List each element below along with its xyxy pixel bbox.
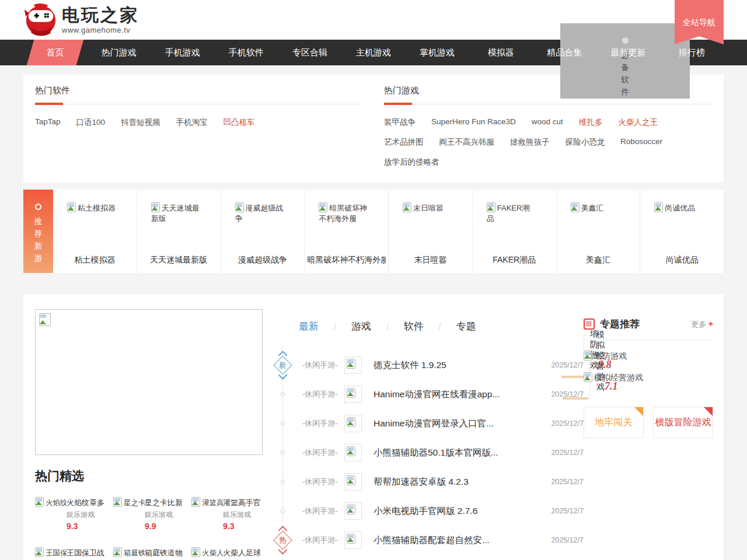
nav-item-zone-collections[interactable]: 专区合辑 — [278, 40, 341, 65]
featured-title: 热门精选 — [35, 468, 266, 484]
calendar-grid-icon — [584, 318, 595, 330]
recommend-card[interactable]: 暗黑破坏神不朽海外服 暗黑破坏神不朽海外服 — [305, 190, 389, 273]
update-row[interactable]: -休闲手游- 小熊猫辅助器50.1版本官网版... 2025/12/7 — [268, 438, 584, 467]
broken-image-icon — [347, 534, 355, 544]
hot-games-link[interactable]: wood cut — [532, 117, 563, 128]
update-row[interactable]: -休闲手游- 小米电视助手官网版 2.7.6 2025/12/7 — [268, 496, 584, 526]
update-title: 小米电视助手官网版 2.7.6 — [374, 505, 551, 517]
broken-image-icon — [584, 372, 592, 382]
update-title: 小熊猫辅助器配套超自然安... — [374, 534, 551, 547]
timeline-dot-icon — [281, 393, 285, 397]
tab-software[interactable]: 软件 — [404, 320, 424, 333]
update-row[interactable]: -休闲手游- 微派狼人最新版 2.5.7.1 2025/12/7 — [268, 555, 584, 560]
tag-platformer[interactable]: 横版冒险游戏 — [653, 407, 713, 438]
broken-image-icon — [654, 202, 663, 212]
hot-games-link[interactable]: SuperHero Fun Race3D — [431, 117, 516, 128]
broken-image-icon — [113, 497, 122, 507]
update-row[interactable]: 热 -休闲手游- 小熊猫辅助器配套超自然安... 2025/12/7 — [268, 526, 584, 555]
update-row[interactable]: -休闲手游- Hanime动漫官网在线看漫app... 2025/12/7 — [268, 380, 584, 409]
update-row[interactable]: -休闲手游- 帮帮加速器安卓版 4.2.3 2025/12/7 — [268, 467, 584, 496]
broken-image-icon — [347, 417, 355, 427]
hot-games-link[interactable]: 放学后的侵略者 — [384, 157, 439, 167]
more-link[interactable]: 更多 + — [691, 319, 713, 330]
hot-games-link[interactable]: 艺术品拼图 — [384, 137, 424, 148]
broken-image-icon — [319, 202, 327, 212]
site-url: www.gamehome.tv — [62, 26, 139, 34]
nav-item-hot-games[interactable]: 热门游戏 — [87, 40, 151, 65]
update-row[interactable]: 新 -休闲手游- 德克士软件 1.9.25 2025/12/7 — [268, 351, 584, 380]
topics-section: 专题推荐 更多 + 塔防游戏 塔防游戏 9.8 模拟经营游戏 模拟经营游戏 7.… — [584, 317, 713, 438]
broken-image-icon — [235, 202, 244, 212]
hot-games-link[interactable]: 维扎多 — [579, 117, 603, 128]
hot-games-link[interactable]: 拯救熊孩子 — [510, 137, 550, 148]
featured-item[interactable]: 火焰纹 火焰纹章多 娱乐游戏 9.3 — [35, 497, 110, 531]
hot-software-link[interactable]: TapTap — [35, 117, 61, 128]
recommend-card[interactable]: 尚诚优品 尚诚优品 — [640, 190, 724, 273]
row-thumb — [344, 502, 362, 520]
tab-separator: / — [371, 322, 404, 331]
hot-games-link[interactable]: 探险小恐龙 — [566, 137, 605, 148]
tab-latest[interactable]: 最新 — [299, 320, 319, 333]
broken-image-icon — [571, 202, 580, 212]
updates-timeline: 新 -休闲手游- 德克士软件 1.9.25 2025/12/7 -休闲手游- H… — [268, 351, 584, 560]
timeline-dot-icon — [281, 509, 285, 513]
hot-games-link[interactable]: 阎王不高兴韩服 — [439, 137, 495, 148]
topic-card[interactable]: 模拟经营游戏 模拟经营游戏 7.1 — [584, 356, 713, 398]
hot-software-link[interactable]: 手机淘宝 — [176, 117, 208, 128]
update-date: 2025/12/7 — [551, 419, 584, 428]
site-title: 电玩之家 — [62, 5, 139, 25]
nav-item-home[interactable]: 首页 — [23, 40, 87, 65]
tab-topics[interactable]: 专题 — [456, 320, 476, 333]
recommend-card[interactable]: 粘土模拟器 粘土模拟器 — [53, 190, 137, 273]
featured-item[interactable]: 星之卡 星之卡比新 娱乐游戏 9.9 — [113, 497, 188, 531]
hot-games-link[interactable]: Robosoccer — [620, 137, 662, 148]
broken-image-icon — [347, 388, 355, 398]
featured-section: 热门精选 火焰纹 火焰纹章多 娱乐游戏 9.3 星之卡 星之卡比新 娱乐游戏 9… — [35, 468, 266, 560]
broken-image-icon — [347, 505, 355, 514]
essential-software-tab[interactable]: 必备软件 — [560, 23, 690, 99]
updates-tabs: 最新 / 游戏 / 软件 / 专题 — [268, 320, 584, 333]
broken-image-icon — [191, 547, 200, 557]
featured-item[interactable]: 火柴人 火柴人足球 解压游戏 9.9 — [191, 547, 266, 560]
recommend-card[interactable]: FAKER潮品 FAKER潮品 — [473, 190, 557, 273]
tag-dungeon[interactable]: 地牢闯关 — [584, 407, 644, 438]
updates-section: 最新 / 游戏 / 软件 / 专题 新 -休闲手游- 德克士软件 1.9.25 … — [268, 320, 584, 560]
timeline-dot-icon — [281, 451, 285, 455]
new-badge: 新 — [273, 356, 292, 375]
hot-software-link[interactable]: 抖音短视频 — [121, 117, 160, 128]
row-thumb — [344, 531, 362, 549]
site-logo[interactable]: 电玩之家 www.gamehome.tv — [23, 3, 139, 37]
recommend-new-games-tab[interactable]: 推荐新游 — [23, 190, 53, 273]
tab-games[interactable]: 游戏 — [351, 320, 371, 333]
broken-image-icon — [403, 202, 411, 212]
broken-image-icon — [39, 313, 51, 326]
update-title: 帮帮加速器安卓版 4.2.3 — [374, 476, 551, 488]
featured-item[interactable]: 灌篮高 灌篮高手官 娱乐游戏 9.3 — [191, 497, 266, 531]
broken-image-icon — [347, 359, 355, 369]
recommend-card[interactable]: 漫威超级战争 漫威超级战争 — [221, 190, 305, 273]
nav-item-mobile-software[interactable]: 手机软件 — [214, 40, 278, 65]
update-date: 2025/12/7 — [551, 478, 584, 486]
banner-image-placeholder[interactable] — [35, 309, 263, 455]
recommend-card[interactable]: 美鑫汇 美鑫汇 — [557, 190, 641, 273]
nav-item-console-games[interactable]: 主机游戏 — [341, 40, 405, 65]
hot-software-link[interactable]: 凹凸租车 — [224, 117, 255, 128]
featured-item[interactable]: 王国保 王国保卫战 娱乐游戏 9.6 — [35, 547, 110, 560]
update-row[interactable]: -休闲手游- Hanime动漫官网登录入口官... 2025/12/7 — [268, 409, 584, 438]
site-nav-ribbon-button[interactable]: 全站导航 — [675, 0, 724, 44]
broken-image-icon — [191, 497, 200, 507]
plus-icon: + — [708, 319, 713, 328]
update-date: 2025/12/7 — [551, 507, 584, 515]
featured-item[interactable]: 箱庭铁 箱庭铁道物 模拟游戏 9.6 — [113, 547, 188, 560]
nav-item-mobile-games[interactable]: 手机游戏 — [151, 40, 214, 65]
hot-games-link[interactable]: 装甲战争 — [384, 117, 416, 128]
hot-games-link[interactable]: 火柴人之王 — [618, 117, 658, 128]
main-content: 热门精选 火焰纹 火焰纹章多 娱乐游戏 9.3 星之卡 星之卡比新 娱乐游戏 9… — [23, 294, 724, 560]
nav-item-handheld-games[interactable]: 掌机游戏 — [406, 40, 469, 65]
update-date: 2025/12/7 — [551, 536, 584, 544]
recommend-card[interactable]: 天天迷城最新版 天天迷城最新版 — [137, 190, 221, 273]
nav-item-emulators[interactable]: 模拟器 — [469, 40, 533, 65]
recommend-card[interactable]: 末日喧嚣 末日喧嚣 — [389, 190, 473, 273]
hot-software-link[interactable]: 口语100 — [76, 117, 106, 128]
update-date: 2025/12/7 — [551, 361, 584, 369]
